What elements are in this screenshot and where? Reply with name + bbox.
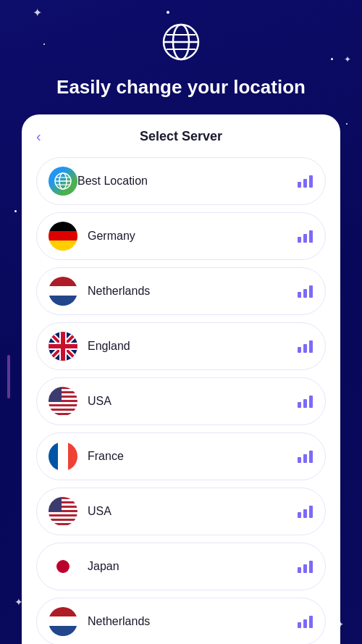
server-name: Netherlands — [88, 285, 298, 298]
svg-rect-29 — [303, 344, 307, 353]
signal-icon — [298, 230, 313, 243]
server-item[interactable]: USA — [36, 377, 326, 425]
server-item[interactable]: England — [36, 322, 326, 370]
svg-rect-39 — [309, 506, 313, 518]
flag-icon — [49, 442, 77, 471]
svg-rect-10 — [298, 182, 301, 188]
svg-rect-26 — [49, 344, 77, 348]
server-item[interactable]: Netherlands — [36, 267, 326, 315]
svg-rect-11 — [303, 179, 307, 188]
signal-icon — [298, 450, 313, 463]
svg-rect-31 — [298, 402, 301, 408]
svg-rect-32 — [303, 399, 307, 408]
svg-rect-38 — [303, 509, 307, 518]
svg-rect-30 — [309, 340, 313, 353]
svg-rect-17 — [303, 289, 307, 298]
svg-rect-18 — [309, 285, 313, 298]
signal-icon — [298, 615, 313, 628]
server-name: Netherlands — [88, 615, 298, 628]
flag-icon — [49, 607, 77, 636]
server-name: England — [88, 340, 298, 353]
svg-rect-15 — [309, 230, 313, 243]
signal-icon — [298, 175, 313, 188]
svg-rect-12 — [309, 175, 313, 188]
card-header: ‹ Select Server — [36, 129, 326, 144]
svg-rect-14 — [303, 234, 307, 243]
server-item[interactable]: Japan — [36, 543, 326, 590]
flag-icon — [49, 387, 77, 416]
signal-icon — [298, 560, 313, 573]
server-item[interactable]: Best Location — [36, 157, 326, 205]
page-title: Easily change your location — [56, 75, 306, 100]
svg-rect-35 — [303, 454, 307, 463]
svg-rect-16 — [298, 292, 301, 298]
flag-icon — [49, 497, 77, 526]
signal-icon — [298, 340, 313, 353]
flag-icon — [49, 167, 77, 196]
signal-icon — [298, 505, 313, 518]
server-item[interactable]: France — [36, 432, 326, 480]
server-name: USA — [88, 395, 298, 408]
star-decoration — [346, 123, 348, 125]
flag-icon — [49, 332, 77, 361]
svg-rect-42 — [309, 561, 313, 573]
svg-rect-43 — [298, 622, 301, 628]
signal-icon — [298, 285, 313, 298]
server-item[interactable]: Germany — [36, 212, 326, 260]
server-name: Best Location — [77, 175, 298, 188]
server-name: Germany — [88, 230, 298, 243]
svg-rect-36 — [309, 451, 313, 463]
svg-rect-33 — [309, 396, 313, 408]
svg-rect-41 — [303, 564, 307, 573]
server-select-card: ‹ Select Server Best Location — [22, 114, 340, 644]
server-item[interactable]: USA — [36, 488, 326, 535]
svg-rect-44 — [303, 619, 307, 628]
svg-rect-37 — [298, 512, 301, 518]
card-title: Select Server — [140, 129, 222, 144]
server-name: USA — [88, 505, 298, 518]
globe-icon — [161, 22, 201, 65]
signal-icon — [298, 395, 313, 408]
back-button[interactable]: ‹ — [36, 128, 41, 145]
flag-icon — [49, 222, 77, 251]
server-name: Japan — [88, 560, 298, 573]
server-name: France — [88, 450, 298, 463]
decorative-line — [7, 355, 10, 398]
star-decoration — [14, 210, 17, 212]
svg-rect-28 — [298, 347, 301, 353]
svg-rect-45 — [309, 616, 313, 628]
server-item[interactable]: Netherlands — [36, 598, 326, 644]
svg-rect-34 — [298, 457, 301, 463]
server-list: Best Location Germany — [36, 157, 326, 644]
svg-rect-40 — [298, 567, 301, 573]
svg-rect-13 — [298, 237, 301, 243]
flag-icon — [49, 552, 77, 581]
flag-icon — [49, 277, 77, 306]
